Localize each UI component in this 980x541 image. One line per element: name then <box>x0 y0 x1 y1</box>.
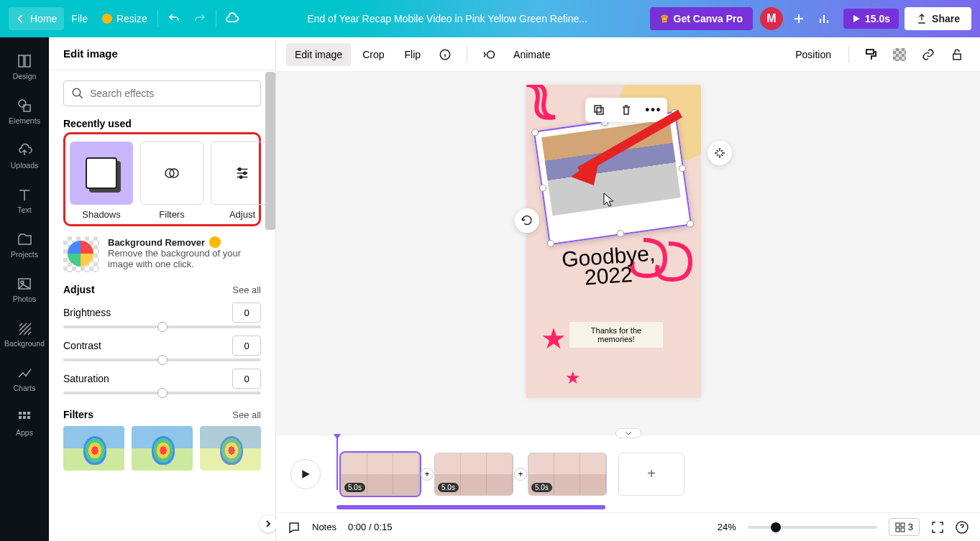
filter-preset-2[interactable] <box>132 426 193 471</box>
undo-icon <box>168 12 180 25</box>
animate-label[interactable]: Animate <box>505 43 559 66</box>
play-icon <box>852 14 861 23</box>
rail-elements[interactable]: Elements <box>0 89 49 134</box>
notes-button[interactable]: Notes <box>312 522 336 532</box>
lock-button[interactable] <box>947 45 967 65</box>
rail-apps[interactable]: Apps <box>0 401 49 445</box>
rail-charts[interactable]: Charts <box>0 356 49 401</box>
see-all-filters[interactable]: See all <box>232 410 261 420</box>
element-float-toolbar: ••• <box>585 98 667 122</box>
redo-button[interactable] <box>187 6 213 32</box>
undo-button[interactable] <box>161 6 187 32</box>
svg-point-2 <box>19 100 26 107</box>
copy-icon <box>593 104 605 116</box>
filters-label: Filters <box>159 209 184 220</box>
scrollbar[interactable] <box>265 72 275 230</box>
magic-button[interactable] <box>707 141 732 165</box>
get-pro-button[interactable]: ♕ Get Canva Pro <box>650 7 753 30</box>
effect-filters[interactable]: Filters <box>140 142 203 220</box>
add-page-button[interactable]: + <box>618 453 684 496</box>
help-icon[interactable] <box>956 521 968 534</box>
zoom-percent[interactable]: 24% <box>718 522 736 532</box>
rail-text[interactable]: Text <box>0 178 49 223</box>
page-grid-button[interactable]: 3 <box>889 518 920 536</box>
add-member-button[interactable] <box>786 6 812 32</box>
info-button[interactable] <box>435 45 455 65</box>
resize-button[interactable]: Resize <box>95 7 155 30</box>
add-between-1[interactable]: + <box>421 468 434 481</box>
svg-rect-9 <box>19 416 22 419</box>
rail-photos[interactable]: Photos <box>0 267 49 312</box>
svg-rect-22 <box>595 106 601 112</box>
trend-icon <box>17 365 32 381</box>
filter-preset-1[interactable] <box>63 426 124 471</box>
duplicate-button[interactable] <box>585 98 613 122</box>
divider <box>848 46 849 63</box>
canvas-stage[interactable]: Goodbye, 2022 Thanks for the memories! ★… <box>276 72 980 435</box>
search-effects-input[interactable] <box>63 80 261 106</box>
home-button[interactable]: Home <box>9 7 64 30</box>
analytics-button[interactable] <box>812 6 838 32</box>
effect-shadows[interactable]: Shadows <box>70 142 133 220</box>
rail-background[interactable]: Background <box>0 312 49 356</box>
clip-1[interactable]: 5.0s <box>341 453 420 496</box>
edit-image-tab[interactable]: Edit image <box>286 43 351 66</box>
file-menu[interactable]: File <box>64 7 95 30</box>
rotate-icon <box>521 215 533 226</box>
text-icon <box>17 187 32 203</box>
search-field[interactable] <box>90 88 253 99</box>
bg-remover-card[interactable]: Background Remover Remove the background… <box>63 236 261 272</box>
more-button[interactable]: ••• <box>640 98 667 122</box>
saturation-input[interactable] <box>232 369 261 389</box>
share-button[interactable]: Share <box>905 7 971 30</box>
add-between-2[interactable]: + <box>514 468 527 481</box>
svg-point-12 <box>73 88 81 96</box>
trash-icon <box>620 104 632 116</box>
selected-image[interactable] <box>533 111 692 245</box>
crop-tab[interactable]: Crop <box>354 43 393 66</box>
clip-3[interactable]: 5.0s <box>528 453 607 496</box>
document-title[interactable]: End of Year Recap Mobile Video in Pink Y… <box>245 13 650 24</box>
share-icon <box>916 13 928 24</box>
filter-preset-3[interactable] <box>200 426 261 471</box>
divider <box>157 10 158 27</box>
headline-text[interactable]: Goodbye, 2022 <box>561 244 657 289</box>
panel-next-button[interactable] <box>260 515 277 532</box>
present-button[interactable]: 15.0s <box>843 9 899 29</box>
delete-button[interactable] <box>613 98 640 122</box>
saturation-slider[interactable] <box>63 392 261 394</box>
brightness-input[interactable] <box>232 302 261 323</box>
link-button[interactable] <box>918 45 938 65</box>
rail-projects[interactable]: Projects <box>0 223 49 267</box>
rotate-button[interactable] <box>515 208 539 233</box>
folder-icon <box>17 231 32 247</box>
contrast-input[interactable] <box>232 336 261 356</box>
subtitle-text[interactable]: Thanks for the memories! <box>569 322 663 348</box>
adjust-label: Adjust <box>229 209 255 220</box>
rail-design[interactable]: Design <box>0 45 49 89</box>
canvas-page[interactable]: Goodbye, 2022 Thanks for the memories! ★… <box>526 85 701 398</box>
brightness-slider[interactable] <box>63 325 261 328</box>
svg-rect-23 <box>597 108 603 114</box>
see-all-adjust[interactable]: See all <box>232 285 261 295</box>
fullscreen-icon[interactable] <box>931 521 944 534</box>
avatar[interactable]: M <box>760 7 783 30</box>
play-button[interactable] <box>290 459 321 489</box>
clip-2[interactable]: 5.0s <box>434 453 513 496</box>
svg-point-19 <box>487 51 495 58</box>
cloud-icon <box>225 11 239 26</box>
playhead[interactable] <box>336 437 338 490</box>
hatch-icon <box>17 320 32 336</box>
cloud-sync-button[interactable] <box>219 6 245 32</box>
rail-uploads[interactable]: Uploads <box>0 134 49 178</box>
animate-button[interactable] <box>479 45 499 65</box>
effect-adjust[interactable]: Adjust <box>211 142 274 220</box>
effects-panel: Edit image Recently used Shadows Filters <box>49 37 276 541</box>
flip-tab[interactable]: Flip <box>396 43 430 66</box>
zoom-slider[interactable] <box>748 526 877 529</box>
copy-style-button[interactable] <box>861 45 881 65</box>
bgr-title: Background Remover <box>108 237 205 248</box>
contrast-slider[interactable] <box>63 359 261 361</box>
position-button[interactable]: Position <box>787 43 840 66</box>
transparency-button[interactable] <box>889 45 910 65</box>
